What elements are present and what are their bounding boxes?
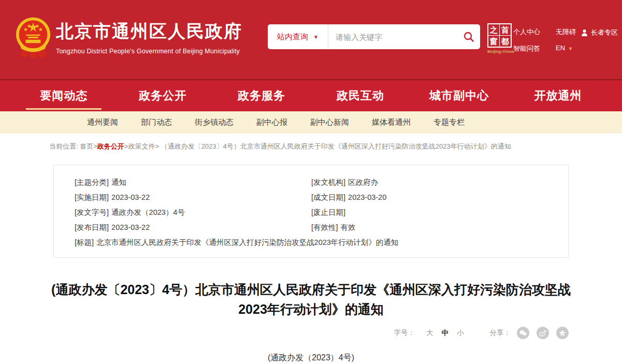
meta-field-document-number: [发文字号]通政办发（2023）4号 (75, 209, 311, 217)
qzone-share-button[interactable] (556, 327, 569, 339)
senior-zone-link[interactable]: 长者专区 (581, 28, 618, 37)
search-button[interactable] (457, 24, 480, 49)
search-input[interactable] (328, 33, 457, 41)
breadcrumb-separator: > (93, 142, 97, 150)
page: 北京市通州区人民政府 Tongzhou District People's Go… (0, 0, 622, 364)
subnav-item-subcenter-paper[interactable]: 副中心报 (256, 118, 287, 127)
subnav-item-subcenter-news[interactable]: 副中心新闻 (310, 118, 349, 127)
font-size-large-button[interactable]: 大 (426, 328, 433, 338)
breadcrumb-gov-open[interactable]: 政务公开 (97, 142, 124, 150)
wechat-icon (519, 330, 527, 336)
share-label: 分享： (490, 328, 511, 338)
senior-zone-label: 长者专区 (591, 28, 618, 37)
smart-qa-link[interactable]: 智能问答 (513, 44, 540, 53)
nav-item-gov-service[interactable]: 政务服务 (212, 80, 311, 111)
breadcrumb-separator: > (155, 142, 159, 150)
search-scope-label: 站内查询 (277, 32, 308, 42)
nav-item-gov-open[interactable]: 政务公开 (113, 80, 212, 111)
site-subtitle: Tongzhou District People's Government of… (56, 48, 242, 55)
capital-window-logo[interactable]: 之 首 窗 都 Beijing-China (487, 23, 512, 54)
meta-field-subject-category: [主题分类]通知 (75, 179, 311, 187)
nav-label: 政民互动 (337, 88, 384, 104)
meta-field-publish-date: [发布日期]2023-03-22 (75, 224, 311, 232)
header-quick-links: 个人中心 无障碍 智能问答 EN▼ (513, 27, 576, 53)
capital-window-emblem: 之 首 窗 都 (487, 23, 512, 48)
meta-field-repeal-date: [废止日期] (311, 209, 553, 217)
nav-label: 要闻动态 (40, 88, 88, 104)
capital-window-caption: Beijing-China (487, 49, 512, 54)
meta-field-title: [标题]北京市通州区人民政府关于印发《通州区深入打好污染防治攻坚战2023年行动… (75, 239, 553, 247)
capital-char: 之 (488, 24, 500, 36)
nav-item-open-tongzhou[interactable]: 开放通州 (509, 80, 607, 111)
font-size-small-button[interactable]: 小 (457, 328, 464, 338)
meta-field-written-date: [成文日期]2023-03-20 (311, 194, 553, 202)
accessibility-link[interactable]: 无障碍 (556, 27, 576, 37)
breadcrumb-current: （通政办发〔2023〕4号）北京市通州区人民政府关于印发《通州区深入打好污染防治… (159, 142, 511, 150)
sub-nav: 通州要闻 部门动态 街乡镇动态 副中心报 副中心新闻 媒体看通州 专题专栏 (0, 111, 622, 134)
person-icon (581, 29, 588, 37)
subnav-item-media[interactable]: 媒体看通州 (372, 118, 411, 127)
search-icon (463, 31, 474, 42)
subnav-item-special-topics[interactable]: 专题专栏 (433, 118, 465, 127)
chevron-down-icon: ▼ (313, 34, 319, 40)
nav-item-interaction[interactable]: 政民互动 (311, 80, 410, 111)
nav-label: 城市副中心 (429, 88, 489, 104)
site-header: 北京市通州区人民政府 Tongzhou District People's Go… (0, 0, 622, 79)
capital-char: 都 (500, 36, 511, 47)
document-metadata-box: [主题分类]通知 [发文机构]区政府办 [实施日期]2023-03-22 [成文… (53, 165, 569, 258)
nav-item-news[interactable]: 要闻动态 (15, 80, 113, 111)
font-size-medium-button[interactable]: 中 (442, 328, 449, 338)
share-icons (517, 327, 569, 339)
meta-field-issuing-agency: [发文机构]区政府办 (311, 179, 553, 187)
meta-field-implementation-date: [实施日期]2023-03-22 (75, 194, 311, 202)
capital-char: 窗 (488, 36, 500, 47)
language-label: EN (556, 44, 565, 52)
site-title: 北京市通州区人民政府 (56, 20, 242, 43)
search-bar: 站内查询 ▼ (268, 24, 480, 49)
article-toolbar: 字号： 大 中 小 分享： (53, 327, 569, 339)
breadcrumb-prefix: 当前位置: (49, 142, 80, 150)
subnav-item-township-updates[interactable]: 街乡镇动态 (195, 118, 234, 127)
weibo-icon (539, 330, 546, 337)
search-scope-dropdown[interactable]: 站内查询 ▼ (268, 32, 328, 42)
wechat-share-button[interactable] (517, 327, 529, 339)
subnav-item-dept-updates[interactable]: 部门动态 (141, 118, 172, 127)
main-nav: 要闻动态 政务公开 政务服务 政民互动 城市副中心 开放通州 (0, 79, 622, 111)
national-emblem-icon (15, 14, 52, 64)
breadcrumb-policy-files[interactable]: 政策文件 (128, 142, 155, 150)
weibo-share-button[interactable] (537, 327, 549, 339)
nav-label: 政务服务 (238, 88, 285, 104)
document-number-line: (通政办发（2023）4号) (0, 353, 622, 363)
nav-label: 政务公开 (139, 88, 186, 104)
subnav-item-tongzhou-news[interactable]: 通州要闻 (87, 118, 118, 127)
article-title: (通政办发〔2023〕4号）北京市通州区人民政府关于印发《通州区深入打好污染防治… (50, 280, 573, 320)
font-size-label: 字号： (394, 328, 415, 338)
nav-label: 开放通州 (534, 88, 582, 104)
meta-field-validity: [有效性]有效 (311, 224, 553, 232)
personal-center-link[interactable]: 个人中心 (513, 27, 540, 37)
breadcrumb: 当前位置: 首页>政务公开>政策文件> （通政办发〔2023〕4号）北京市通州区… (0, 134, 622, 156)
star-icon (559, 329, 566, 337)
nav-item-sub-center[interactable]: 城市副中心 (410, 80, 509, 111)
breadcrumb-home[interactable]: 首页 (80, 142, 93, 150)
capital-char: 首 (500, 24, 511, 36)
chevron-down-icon: ▼ (568, 46, 573, 51)
language-switch-link[interactable]: EN▼ (556, 44, 576, 53)
